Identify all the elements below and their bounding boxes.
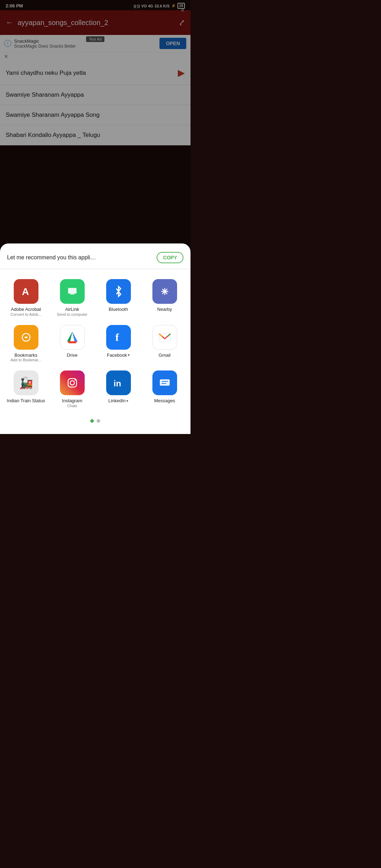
app-item-facebook[interactable]: f Facebook ▾: [95, 321, 141, 367]
facebook-label: Facebook: [107, 352, 127, 358]
nearby-icon: [152, 279, 177, 304]
app-item-bookmarks[interactable]: Bookmarks Add to Bookmar...: [3, 321, 49, 367]
pagination-dots: [0, 415, 190, 426]
svg-text:A: A: [22, 286, 29, 297]
facebook-name-row: Facebook ▾: [107, 352, 130, 358]
app-item-instagram[interactable]: Instagram Chats: [49, 366, 95, 412]
svg-text:in: in: [114, 379, 121, 388]
facebook-icon: f: [106, 325, 131, 350]
dot-2[interactable]: [97, 419, 100, 423]
svg-point-23: [70, 381, 74, 385]
airlink-sub: Send to computer: [57, 312, 87, 317]
share-header: Let me recommend you this appli… COPY: [0, 249, 190, 269]
nearby-label: Nearby: [157, 307, 172, 312]
bluetooth-icon: [106, 279, 131, 304]
drive-icon: [60, 325, 85, 350]
share-close-button[interactable]: ×: [180, 6, 185, 15]
app-grid: A Adobe Acrobat Convert to Adob... AirLi…: [0, 269, 190, 415]
bookmarks-label: Bookmarks: [14, 352, 37, 358]
app-item-bluetooth[interactable]: Bluetooth: [95, 275, 141, 321]
gmail-label: Gmail: [159, 352, 171, 358]
messages-label: Messages: [154, 398, 175, 404]
share-message: Let me recommend you this appli…: [7, 254, 157, 261]
svg-point-7: [164, 290, 166, 293]
linkedin-name-row: LinkedIn ▾: [108, 398, 128, 404]
svg-rect-1: [68, 288, 77, 294]
gmail-icon: [152, 325, 177, 350]
messages-icon: [152, 370, 177, 395]
app-item-gmail[interactable]: Gmail: [141, 321, 188, 367]
linkedin-icon: in: [106, 370, 131, 395]
adobe-acrobat-label: Adobe Acrobat: [11, 307, 41, 312]
adobe-acrobat-icon: A: [14, 279, 38, 304]
svg-marker-17: [67, 341, 77, 343]
drive-label: Drive: [67, 352, 77, 358]
svg-rect-2: [70, 294, 74, 295]
train-icon: 🚂: [14, 370, 38, 395]
adobe-acrobat-sub: Convert to Adob...: [10, 312, 41, 317]
dot-1[interactable]: [90, 419, 94, 423]
svg-point-24: [74, 380, 76, 381]
bookmarks-sub: Add to Bookmar...: [11, 358, 41, 362]
bookmarks-icon: [14, 325, 38, 350]
facebook-dropdown-icon: ▾: [128, 353, 130, 357]
copy-button[interactable]: COPY: [157, 252, 183, 263]
svg-text:f: f: [115, 331, 119, 343]
linkedin-dropdown-icon: ▾: [126, 399, 128, 403]
app-item-train[interactable]: 🚂 Indian Train Status: [3, 366, 49, 412]
svg-rect-26: [160, 379, 170, 386]
airlink-label: AirLink: [65, 307, 79, 312]
linkedin-label: LinkedIn: [108, 398, 126, 404]
share-sheet-overlay: × Let me recommend you this appli… COPY …: [0, 0, 190, 434]
instagram-icon: [60, 370, 85, 395]
app-item-adobe-acrobat[interactable]: A Adobe Acrobat Convert to Adob...: [3, 275, 49, 321]
bluetooth-label: Bluetooth: [109, 307, 128, 312]
app-item-airlink[interactable]: AirLink Send to computer: [49, 275, 95, 321]
share-sheet: × Let me recommend you this appli… COPY …: [0, 243, 190, 434]
app-item-drive[interactable]: Drive: [49, 321, 95, 367]
instagram-label: Instagram: [62, 398, 83, 404]
instagram-sub: Chats: [67, 404, 77, 408]
airlink-icon: [60, 279, 85, 304]
train-label: Indian Train Status: [7, 398, 45, 404]
app-item-messages[interactable]: Messages: [141, 366, 188, 412]
app-item-nearby[interactable]: Nearby: [141, 275, 188, 321]
app-item-linkedin[interactable]: in LinkedIn ▾: [95, 366, 141, 412]
